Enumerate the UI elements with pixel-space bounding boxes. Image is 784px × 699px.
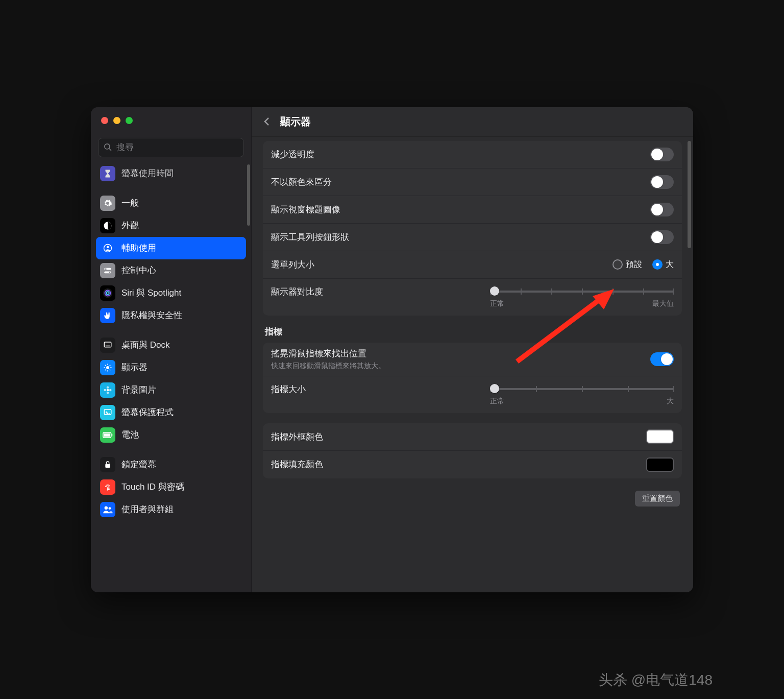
- setting-sublabel: 快速來回移動滑鼠指標來將其放大。: [271, 361, 385, 371]
- sidebar-item-users[interactable]: 使用者與群組: [96, 498, 246, 521]
- reset-colors-button[interactable]: 重置顏色: [635, 491, 680, 507]
- svg-point-27: [106, 411, 107, 413]
- toggle-reduce-transparency[interactable]: [650, 148, 674, 161]
- pointer-card-2: 指標外框顏色 指標填充顏色: [263, 423, 682, 478]
- pointer-size-slider-wrap: 正常大: [485, 383, 674, 406]
- window-controls: [91, 107, 251, 134]
- lock-icon: [100, 457, 115, 472]
- sidebar-item-displays[interactable]: 顯示器: [96, 356, 246, 379]
- search-icon: [104, 143, 112, 152]
- toggle-window-title-icons[interactable]: [650, 203, 674, 216]
- siri-icon: [100, 285, 115, 301]
- sidebar-item-privacy[interactable]: 隱私權與安全性: [96, 304, 246, 327]
- sidebar-item-desktop-dock[interactable]: 桌面與 Dock: [96, 334, 246, 356]
- svg-line-18: [110, 369, 111, 370]
- sidebar-item-accessibility[interactable]: 輔助使用: [96, 237, 246, 259]
- gear-icon: [100, 196, 115, 211]
- close-icon[interactable]: [101, 117, 108, 124]
- sidebar-item-label: 控制中心: [121, 264, 156, 276]
- section-pointer: 指標: [265, 326, 680, 338]
- svg-point-32: [105, 506, 108, 509]
- toggle-toolbar-button-shapes[interactable]: [650, 230, 674, 244]
- svg-point-24: [104, 389, 107, 391]
- sidebar-item-screentime[interactable]: 螢幕使用時間: [96, 162, 246, 185]
- zoom-icon[interactable]: [126, 117, 133, 124]
- radio-default[interactable]: 預設: [612, 259, 642, 270]
- svg-rect-11: [106, 345, 110, 346]
- svg-point-12: [106, 366, 109, 369]
- sidebar-item-appearance[interactable]: 外觀: [96, 214, 246, 237]
- radio-large[interactable]: 大: [652, 259, 674, 270]
- svg-point-21: [107, 389, 109, 391]
- sidebar-item-screensaver[interactable]: 螢幕保護程式: [96, 401, 246, 424]
- svg-point-22: [107, 386, 109, 389]
- sidebar-item-label: 一般: [121, 197, 139, 209]
- display-settings-card: 減少透明度 不以顏色來區分 顯示視窗標題圖像 顯示工具列按鈕形狀 選單列大小: [263, 141, 682, 316]
- search-placeholder: 搜尋: [116, 141, 134, 153]
- search-input[interactable]: 搜尋: [98, 138, 244, 157]
- row-reduce-transparency: 減少透明度: [263, 141, 682, 168]
- header: 顯示器: [252, 107, 693, 137]
- sidebar-item-label: 桌面與 Dock: [121, 339, 169, 351]
- sidebar-item-label: 電池: [121, 429, 139, 441]
- svg-rect-10: [104, 342, 111, 347]
- toggle-differentiate-color[interactable]: [650, 175, 674, 189]
- minimize-icon[interactable]: [113, 117, 120, 124]
- svg-rect-30: [112, 433, 113, 436]
- svg-point-6: [109, 271, 110, 273]
- setting-label: 指標外框顏色: [271, 431, 323, 443]
- sidebar-item-label: Siri 與 Spotlight: [121, 287, 181, 299]
- pointer-card-1: 搖晃滑鼠指標來找出位置 快速來回移動滑鼠指標來將其放大。 指標大小 正常大: [263, 343, 682, 413]
- contrast-slider[interactable]: [490, 286, 674, 297]
- row-pointer-fill: 指標填充顏色: [263, 451, 682, 478]
- setting-label: 指標填充顏色: [271, 459, 323, 470]
- sidebar-list: 螢幕使用時間 一般外觀輔助使用控制中心Siri 與 Spotlight隱私權與安…: [91, 162, 251, 592]
- setting-label: 選單列大小: [271, 259, 314, 271]
- sidebar: 搜尋 螢幕使用時間 一般外觀輔助使用控制中心Siri 與 Spotlight隱私…: [91, 107, 252, 592]
- sun-icon: [100, 360, 115, 375]
- row-display-contrast: 顯示器對比度 正常最大值: [263, 279, 682, 316]
- sidebar-item-siri[interactable]: Siri 與 Spotlight: [96, 282, 246, 304]
- slider-labels: 正常大: [490, 397, 674, 406]
- menubar-size-radios: 預設 大: [612, 259, 674, 270]
- flower-icon: [100, 382, 115, 398]
- sidebar-item-label: 螢幕保護程式: [121, 406, 174, 418]
- setting-label: 不以顏色來區分: [271, 176, 332, 188]
- fill-color-swatch[interactable]: [646, 457, 674, 472]
- row-window-title-icons: 顯示視窗標題圖像: [263, 196, 682, 224]
- sidebar-item-lock-screen[interactable]: 鎖定螢幕: [96, 453, 246, 476]
- row-shake-pointer: 搖晃滑鼠指標來找出位置 快速來回移動滑鼠指標來將其放大。: [263, 343, 682, 376]
- sidebar-item-general[interactable]: 一般: [96, 192, 246, 214]
- sidebar-item-wallpaper[interactable]: 背景圖片: [96, 379, 246, 401]
- appearance-icon: [100, 218, 115, 233]
- row-differentiate-color: 不以顏色來區分: [263, 168, 682, 196]
- setting-label: 搖晃滑鼠指標來找出位置: [271, 348, 385, 359]
- fingerprint-icon: [100, 479, 115, 495]
- back-icon[interactable]: [261, 115, 273, 128]
- setting-label: 顯示工具列按鈕形狀: [271, 231, 349, 243]
- sidebar-scrollbar[interactable]: [247, 164, 250, 226]
- sidebar-item-label: 輔助使用: [121, 242, 156, 254]
- pointer-size-slider[interactable]: [490, 383, 674, 395]
- content: 減少透明度 不以顏色來區分 顯示視窗標題圖像 顯示工具列按鈕形狀 選單列大小: [252, 137, 693, 592]
- switches-icon: [100, 263, 115, 278]
- sidebar-item-control-center[interactable]: 控制中心: [96, 259, 246, 282]
- svg-line-17: [105, 365, 106, 366]
- outline-color-swatch[interactable]: [646, 429, 674, 444]
- sidebar-item-label: 使用者與群組: [121, 503, 174, 515]
- person-icon: [100, 240, 115, 256]
- svg-point-2: [107, 246, 109, 248]
- reset-row: 重置顏色: [263, 489, 682, 507]
- content-scrollbar[interactable]: [688, 141, 691, 248]
- watermark: 头杀 @电气道148: [599, 670, 713, 690]
- svg-point-23: [107, 392, 109, 394]
- sidebar-item-label: 鎖定螢幕: [121, 459, 156, 470]
- setting-label: 減少透明度: [271, 149, 314, 160]
- sidebar-item-battery[interactable]: 電池: [96, 424, 246, 446]
- toggle-shake-pointer[interactable]: [650, 352, 674, 366]
- sidebar-item-label: 螢幕使用時間: [121, 167, 174, 179]
- sidebar-item-label: Touch ID 與密碼: [121, 481, 184, 493]
- sidebar-item-touchid[interactable]: Touch ID 與密碼: [96, 476, 246, 498]
- sidebar-item-label: 顯示器: [121, 361, 148, 373]
- sidebar-item-label: 外觀: [121, 220, 139, 231]
